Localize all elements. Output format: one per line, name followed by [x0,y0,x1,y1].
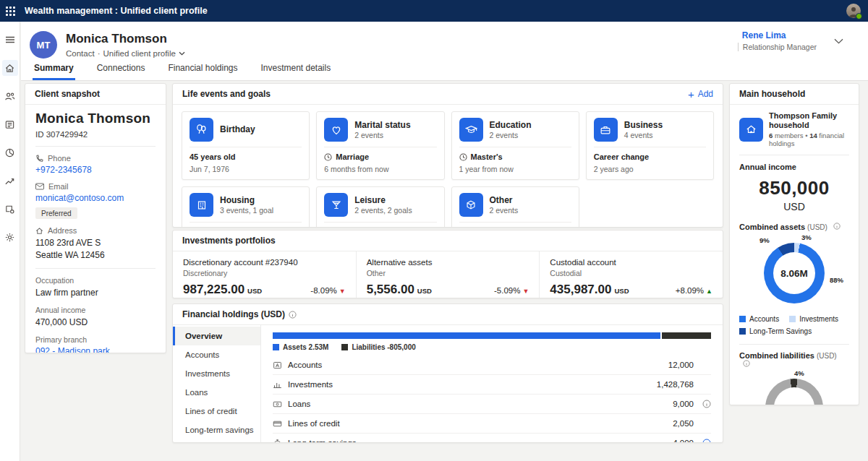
record-subtitle[interactable]: Contact · Unified client profile [66,49,185,58]
household-name: Thompson Family household [769,111,849,130]
household-annual-income-label: Annual income [739,163,849,171]
tab-summary[interactable]: Summary [33,63,75,80]
data-box-icon[interactable] [2,201,18,217]
holdings-tab-long-term-savings[interactable]: Long-term savings [173,421,260,439]
holdings-tab-loans[interactable]: Loans [173,383,260,402]
portfolio-custodial[interactable]: Custodial account Custodial 435,987.00 U… [539,251,723,298]
holdings-tab-investments[interactable]: Investments [173,364,260,383]
holdings-tab-accounts[interactable]: Accounts [173,345,260,364]
app-top-bar: Wealth management : Unified client profi… [0,0,868,22]
life-event-card-housing[interactable]: Housing3 events, 1 goal Goal Purchase a … [182,186,310,228]
long-term-savings-legend-swatch [739,328,746,335]
address-home-icon [35,227,43,235]
holdings-tab-list: Overview Accounts Investments Loans Line… [173,325,261,443]
dot-separator: · [98,49,101,58]
hamburger-menu-icon[interactable] [2,32,18,48]
branch-link-1[interactable]: 092 - Madison park [35,346,156,353]
cocktail-icon [324,193,348,217]
life-event-card-leisure[interactable]: Leisure2 events, 2 goals Goal Vacation 8… [316,186,444,228]
holdings-tab-lines-of-credit[interactable]: Lines of credit [173,402,260,421]
clock-icon [324,153,332,161]
holdings-row-loans[interactable]: Loans 9,000 [273,395,711,414]
portfolio-alternative-assets[interactable]: Alternative assets Other 5,556.00 USD -5… [356,251,540,298]
tab-connections[interactable]: Connections [95,63,147,80]
pie-chart-icon[interactable] [2,145,18,160]
credit-card-icon [273,419,282,428]
waffle-menu-icon[interactable] [0,7,20,16]
savings-icon [273,439,282,444]
contact-id: ID 307429942 [35,130,156,139]
primary-branch-label: Primary branch [35,335,156,344]
relationship-manager-selector[interactable]: Rene Lima Relationship Manager [742,30,843,51]
info-icon[interactable] [702,439,711,443]
heart-icon [324,118,348,142]
accounts-legend-swatch [739,316,746,322]
client-snapshot-header: Client snapshot [25,84,166,105]
portfolio-discretionary[interactable]: Discretionary account #237940 Discretion… [173,251,356,298]
household-meta: 6 members • 14 financial holdings [769,132,849,147]
household-record[interactable]: Thompson Family household 6 members • 14… [739,111,849,147]
line-chart-icon[interactable] [2,173,18,189]
entity-type: Contact [66,49,95,58]
info-icon[interactable] [743,360,750,367]
life-event-card-education[interactable]: Education2 events Master's 1 year from n… [451,111,579,180]
annual-income-value: 470,000 USD [35,316,156,328]
financial-holdings-card: Financial holdings (USD) Overview Accoun… [172,303,723,443]
app-title: Wealth management : Unified client profi… [25,6,208,16]
up-triangle-icon: ▲ [706,288,712,295]
portfolio-amount: 5,556.00 [367,283,414,297]
form-selector-label: Unified client profile [103,49,175,58]
life-event-card-business[interactable]: Business4 events Career change 2 years a… [586,111,714,180]
people-icon[interactable] [2,88,18,104]
portfolio-change: +8.09% [676,286,704,295]
life-events-card: Life events and goals + Add Birthday 45 … [172,83,723,228]
life-event-card-other[interactable]: Other2 events Other 1 year ago [451,186,579,228]
assets-legend-swatch [273,344,279,350]
info-icon[interactable] [289,311,297,319]
email-label-row: Email [35,182,156,191]
news-icon[interactable] [2,116,18,132]
phone-link[interactable]: +972-2345678 [35,165,156,175]
home-icon[interactable] [2,60,18,76]
combined-liabilities-donut: 4.92M [765,379,823,405]
down-triangle-icon: ▼ [522,288,529,295]
relationship-manager-name[interactable]: Rene Lima [742,30,817,40]
combined-assets-donut: 8.06M [764,243,825,303]
life-event-card-marital-status[interactable]: Marital status2 events Marriage 6 months… [316,111,444,180]
financial-holdings-title: Financial holdings (USD) [182,309,285,319]
record-header: MT Monica Thomson Contact · Unified clie… [21,22,868,81]
holdings-row-long-term-savings[interactable]: Long-term savings 4,000 [273,434,711,443]
email-link[interactable]: monicat@contoso.com [35,193,156,203]
chevron-down-icon[interactable] [834,38,843,44]
tab-investment-details[interactable]: Investment details [259,63,332,80]
down-triangle-icon: ▼ [339,288,346,295]
annual-income-label: Annual income [35,306,156,314]
info-icon[interactable] [833,223,841,230]
loans-icon [273,400,282,409]
household-annual-income-currency: USD [739,201,849,212]
address-line-1: 1108 23rd AVE S [35,237,156,249]
settings-gear-icon[interactable] [2,229,18,245]
holdings-row-investments[interactable]: Investments 1,428,768 [273,375,711,395]
phone-icon [35,155,43,163]
holdings-row-accounts[interactable]: Accounts 12,000 [273,356,711,375]
life-event-card-birthday[interactable]: Birthday 45 years old Jun 7, 1976 [182,111,310,180]
holdings-tab-overview[interactable]: Overview [173,327,260,345]
liabilities-legend-item: Liabilities -805,000 [341,343,415,351]
life-events-title: Life events and goals [182,89,271,99]
assets-pct-label-long-term-savings: 9% [760,236,770,244]
holdings-row-lines-of-credit[interactable]: Lines of credit 2,050 [273,414,711,434]
add-life-event-button[interactable]: + Add [688,89,713,100]
left-nav-rail [0,22,20,461]
email-icon [35,183,44,190]
address-label-row: Address [35,226,156,235]
briefcase-icon [594,118,618,142]
info-icon[interactable] [702,400,711,408]
portfolio-amount: 987,225.00 [183,283,244,297]
assets-bar-segment [273,332,660,339]
tab-financial-holdings[interactable]: Financial holdings [166,63,239,80]
cube-icon [459,193,483,217]
relationship-manager-role: Relationship Manager [738,43,817,51]
liabilities-pct-label-credit-lines: 4% [794,369,804,377]
portfolio-change: -5.09% [494,286,520,295]
